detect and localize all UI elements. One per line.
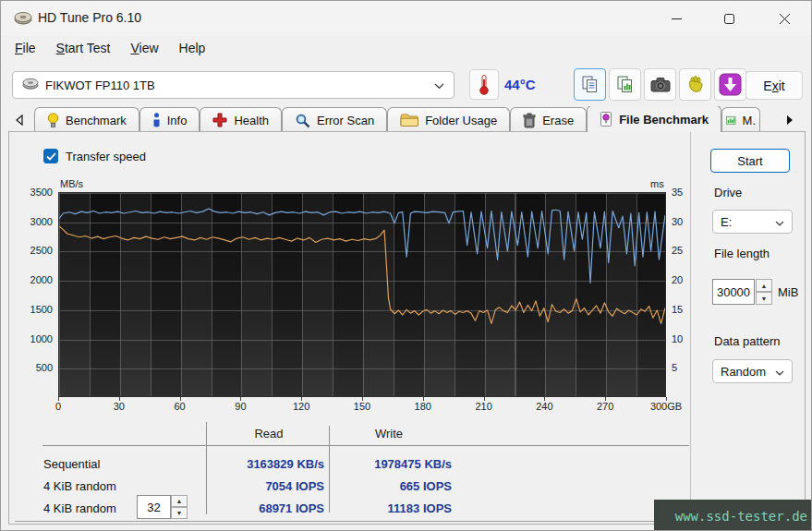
- menu-help[interactable]: Help: [169, 38, 216, 58]
- maximize-button[interactable]: [708, 1, 750, 36]
- bottom-divider: [15, 521, 690, 522]
- arrow-right-icon: [785, 115, 794, 126]
- queue-depth-down-button[interactable]: ▼: [171, 507, 188, 519]
- health-cross-icon: [212, 113, 227, 127]
- trash-icon: [523, 113, 536, 128]
- table-divider-1: [206, 422, 207, 514]
- hd-tune-window: HD Tune Pro 6.10 File Start Test View He…: [0, 0, 812, 531]
- menu-view[interactable]: View: [120, 38, 168, 58]
- y-axis-ticks-right: 3530252015105: [670, 192, 697, 397]
- arrow-left-icon: [15, 115, 24, 126]
- random-read-value: 7054 IOPS: [213, 479, 324, 493]
- menu-start-test[interactable]: Start Test: [46, 38, 121, 58]
- copy-image-button[interactable]: [609, 68, 641, 101]
- queue-depth-input[interactable]: [137, 495, 171, 519]
- menu-file[interactable]: File: [5, 38, 46, 58]
- tab-file-benchmark[interactable]: File Benchmark: [587, 106, 721, 132]
- start-button[interactable]: Start: [710, 149, 790, 173]
- sequential-write-value: 1978475 KB/s: [341, 457, 452, 471]
- tab-error-scan[interactable]: Error Scan: [282, 107, 387, 132]
- file-length-stepper: ▲ ▼: [756, 279, 772, 305]
- lightbulb-icon: [47, 113, 59, 128]
- tab-scroll-left-button[interactable]: [10, 110, 29, 130]
- chart-icon: [726, 114, 736, 127]
- app-disk-icon: [14, 11, 32, 29]
- y-axis-unit-right: ms: [650, 178, 664, 189]
- close-button[interactable]: [763, 1, 806, 36]
- close-icon: [780, 14, 790, 24]
- drive-letter-select[interactable]: E:: [712, 210, 793, 234]
- chevron-down-icon: [775, 365, 784, 379]
- chevron-down-icon: [775, 215, 784, 229]
- column-header-read: Read: [215, 427, 322, 440]
- copy-text-icon: [580, 75, 600, 94]
- random-write-value: 665 IOPS: [341, 479, 452, 493]
- drive-selector[interactable]: FIKWOT FP110 1TB: [12, 71, 454, 99]
- file-length-up-button[interactable]: ▲: [756, 279, 772, 292]
- data-pattern-select[interactable]: Random: [712, 359, 793, 383]
- file-length-unit: MiB: [778, 285, 798, 299]
- minimize-icon: [672, 14, 682, 24]
- drive-disk-icon: [22, 78, 39, 92]
- sequential-read-value: 3163829 KB/s: [213, 457, 324, 471]
- benchmark-chart: [58, 192, 666, 397]
- file-benchmark-icon: [600, 111, 612, 127]
- column-header-write: Write: [333, 427, 444, 440]
- tab-info[interactable]: Info: [139, 107, 200, 132]
- camera-icon: [650, 77, 671, 92]
- tab-scroll-right-button[interactable]: [781, 110, 799, 130]
- temperature-value: 44°C: [504, 77, 536, 92]
- queue-depth-stepper: ▲ ▼: [171, 495, 188, 519]
- thermometer-icon: [479, 74, 490, 95]
- random-qd32-write-value: 11183 IOPS: [341, 501, 452, 515]
- menubar: File Start Test View Help: [5, 36, 215, 60]
- window-title: HD Tune Pro 6.10: [38, 10, 141, 25]
- maximize-icon: [724, 14, 734, 24]
- transfer-speed-label: Transfer speed: [66, 150, 146, 163]
- table-divider-2: [329, 426, 330, 513]
- transfer-speed-checkbox[interactable]: [43, 149, 58, 163]
- watermark-text: www.ssd-tester.de: [675, 509, 807, 524]
- drive-selector-value: FIKWOT FP110 1TB: [45, 78, 155, 92]
- drive-label: Drive: [714, 186, 742, 199]
- y-axis-unit-left: MB/s: [60, 178, 83, 189]
- temperature-button[interactable]: [469, 69, 499, 100]
- folder-icon: [400, 113, 418, 127]
- screenshot-button[interactable]: [644, 68, 676, 101]
- table-header-rule: [42, 445, 689, 446]
- magnifier-icon: [295, 113, 310, 128]
- copy-text-button[interactable]: [574, 68, 606, 101]
- copy-image-icon: [615, 75, 635, 94]
- tab-health[interactable]: Health: [200, 107, 282, 132]
- row-label-4kib-random-qd32: 4 KiB random: [43, 501, 116, 515]
- tab-benchmark[interactable]: Benchmark: [34, 107, 139, 132]
- hand-button[interactable]: [679, 68, 711, 101]
- y-axis-ticks-left: 350030002500200015001000500: [1, 192, 55, 397]
- file-length-label: File length: [714, 247, 770, 260]
- tab-erase[interactable]: Erase: [510, 107, 587, 132]
- download-button[interactable]: [714, 68, 746, 101]
- watermark: www.ssd-tester.de: [654, 500, 812, 531]
- row-label-sequential: Sequential: [43, 457, 100, 471]
- info-icon: [152, 113, 161, 128]
- row-label-4kib-random: 4 KiB random: [43, 479, 116, 493]
- x-axis-ticks: 0306090120150180210240270300GB: [58, 401, 705, 414]
- hand-icon: [686, 76, 705, 94]
- minimize-button[interactable]: [655, 1, 697, 36]
- exit-button[interactable]: Exit: [745, 71, 803, 100]
- queue-depth-up-button[interactable]: ▲: [171, 495, 188, 507]
- download-icon: [719, 73, 742, 96]
- transfer-speed-option[interactable]: Transfer speed: [43, 149, 146, 163]
- chevron-down-icon: [434, 78, 444, 92]
- file-length-input[interactable]: [712, 279, 755, 305]
- chart-lines: [59, 193, 665, 396]
- titlebar: HD Tune Pro 6.10: [1, 1, 812, 36]
- data-pattern-label: Data pattern: [714, 334, 781, 348]
- file-length-down-button[interactable]: ▼: [756, 292, 772, 305]
- tab-partial[interactable]: M.: [721, 107, 760, 132]
- random-qd32-read-value: 68971 IOPS: [213, 501, 324, 515]
- checkmark-icon: [46, 152, 56, 161]
- tab-folder-usage[interactable]: Folder Usage: [387, 107, 510, 132]
- tabstrip: Benchmark Info Health Error Scan Folder …: [34, 106, 779, 132]
